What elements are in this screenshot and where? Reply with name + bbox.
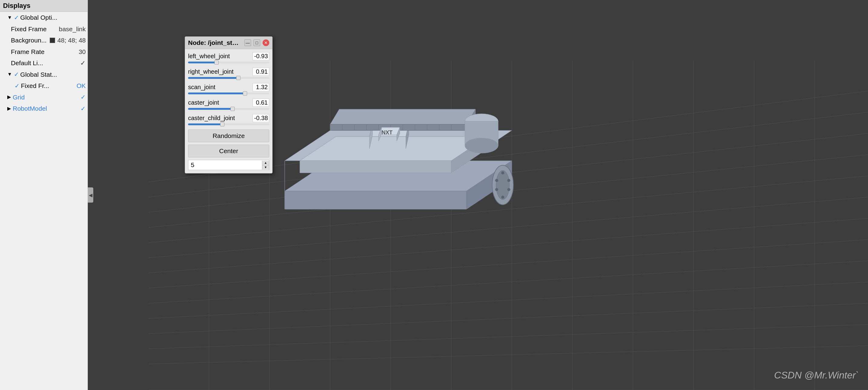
grid-item[interactable]: ▶ Grid ✓ <box>0 91 88 103</box>
spinner-down-button[interactable]: ▼ <box>262 165 269 169</box>
spinner-arrows: ▲ ▼ <box>262 161 269 169</box>
background-label: Backgroun... <box>11 35 49 45</box>
joint-slider-track-right-wheel <box>188 77 238 79</box>
svg-point-52 <box>465 138 498 153</box>
frame-rate-label: Frame Rate <box>11 47 78 57</box>
expand-arrow-robotmodel: ▶ <box>7 105 11 112</box>
spinner-up-button[interactable]: ▲ <box>262 161 269 165</box>
svg-line-12 <box>148 346 868 364</box>
joint-value-left-wheel[interactable] <box>253 52 269 60</box>
dialog-minimize-button[interactable]: — <box>244 39 251 46</box>
joint-slider-right-wheel[interactable] <box>188 77 269 79</box>
fixed-frame-value: base_link <box>59 24 86 34</box>
svg-point-59 <box>501 196 504 199</box>
joint-slider-handle-scan <box>243 91 247 95</box>
svg-line-11 <box>148 325 868 349</box>
joint-slider-track-caster-child <box>188 123 222 125</box>
joint-row-caster-child: caster_child_joint <box>188 114 269 125</box>
joint-row-scan: scan_joint <box>188 83 269 94</box>
joint-value-caster-child[interactable] <box>253 114 269 122</box>
check-global-status: ✓ <box>14 70 19 79</box>
robot-model-item[interactable]: ▶ RobotModel ✓ <box>0 103 88 114</box>
joint-slider-track-caster <box>188 108 232 110</box>
dialog-maximize-button[interactable]: □ <box>253 39 260 46</box>
joint-slider-handle-caster-child <box>220 122 224 127</box>
check-robotmodel: ✓ <box>81 104 86 113</box>
fixed-fr-value: OK <box>76 81 86 91</box>
joint-value-caster[interactable] <box>253 99 269 107</box>
fixed-fr-label: Fixed Fr... <box>21 81 75 91</box>
3d-viewport[interactable]: NXT Node: /joint_state_... — □ ✕ left_wh… <box>88 0 868 390</box>
joint-row-right-wheel: right_wheel_joint <box>188 67 269 79</box>
global-status-label: Global Stat... <box>20 70 86 80</box>
fixed-frame-item[interactable]: Fixed Frame base_link <box>0 23 88 35</box>
svg-marker-31 <box>300 161 451 173</box>
joint-state-dialog: Node: /joint_state_... — □ ✕ left_wheel_… <box>185 36 273 173</box>
joint-row-left-wheel: left_wheel_joint <box>188 52 269 63</box>
displays-panel: Displays ▼ ✓ Global Opti... Fixed Frame … <box>0 0 88 390</box>
joint-slider-caster[interactable] <box>188 108 269 110</box>
background-item[interactable]: Backgroun... 48; 48; 48 <box>0 34 88 46</box>
dialog-close-button[interactable]: ✕ <box>262 39 269 46</box>
global-options-label: Global Opti... <box>20 13 86 23</box>
joint-slider-handle-left-wheel <box>214 60 219 64</box>
svg-text:NXT: NXT <box>382 130 393 136</box>
displays-label: Displays <box>3 2 31 10</box>
frame-rate-item[interactable]: Frame Rate 30 <box>0 46 88 58</box>
randomize-button[interactable]: Randomize <box>188 130 269 142</box>
svg-point-58 <box>501 171 504 174</box>
svg-point-60 <box>495 179 498 182</box>
svg-point-63 <box>507 188 510 191</box>
joint-name-caster: caster_joint <box>188 99 253 106</box>
svg-point-61 <box>507 179 510 182</box>
default-light-label: Default Li... <box>11 58 79 68</box>
svg-marker-26 <box>285 191 466 209</box>
fixed-fr-status-item[interactable]: ✓ Fixed Fr... OK <box>0 80 88 91</box>
default-light-value: ✓ <box>80 58 86 68</box>
frame-rate-value: 30 <box>79 47 86 57</box>
dialog-titlebar: Node: /joint_state_... — □ ✕ <box>185 37 272 49</box>
joint-slider-handle-right-wheel <box>236 76 241 80</box>
spinner-row: 5 ▲ ▼ <box>188 160 269 170</box>
joint-slider-track-left-wheel <box>188 61 217 63</box>
collapse-arrow-icon: ◀ <box>89 192 92 198</box>
joint-name-caster-child: caster_child_joint <box>188 115 253 121</box>
dialog-body: left_wheel_joint right_wheel_joint <box>185 49 272 173</box>
background-value: 48; 48; 48 <box>58 35 86 45</box>
svg-point-57 <box>496 170 509 199</box>
joint-slider-handle-caster <box>230 107 235 111</box>
robot-model-label: RobotModel <box>13 104 47 113</box>
check-global-options: ✓ <box>14 13 19 22</box>
expand-arrow-global-options: ▼ <box>7 14 12 21</box>
displays-title: Displays <box>0 0 88 12</box>
svg-point-62 <box>495 188 498 191</box>
joint-name-scan: scan_joint <box>188 84 253 91</box>
background-color-swatch <box>50 37 55 43</box>
joint-value-scan[interactable] <box>253 83 269 91</box>
joint-value-right-wheel[interactable] <box>253 67 269 76</box>
watermark: CSDN @Mr.Winter` <box>774 370 859 381</box>
dialog-title: Node: /joint_state_... <box>188 39 242 47</box>
joint-slider-scan[interactable] <box>188 92 269 94</box>
joint-name-right-wheel: right_wheel_joint <box>188 68 253 75</box>
global-status-item[interactable]: ▼ ✓ Global Stat... <box>0 69 88 80</box>
global-options-item[interactable]: ▼ ✓ Global Opti... <box>0 12 88 23</box>
joint-row-caster: caster_joint <box>188 99 269 110</box>
expand-arrow-grid: ▶ <box>7 93 11 101</box>
svg-line-10 <box>148 303 868 334</box>
svg-marker-36 <box>330 109 475 124</box>
collapse-panel-button[interactable]: ◀ <box>88 188 93 202</box>
spinner-value: 5 <box>188 160 262 170</box>
expand-arrow-global-status: ▼ <box>7 71 12 78</box>
check-grid: ✓ <box>81 92 86 102</box>
center-button[interactable]: Center <box>188 145 269 158</box>
joint-name-left-wheel: left_wheel_joint <box>188 53 253 60</box>
joint-slider-caster-child[interactable] <box>188 123 269 125</box>
grid-label: Grid <box>13 92 25 102</box>
joint-slider-left-wheel[interactable] <box>188 61 269 63</box>
default-light-item[interactable]: Default Li... ✓ <box>0 57 88 69</box>
check-fixed-fr: ✓ <box>14 81 20 90</box>
robot-model-svg: NXT <box>239 15 572 288</box>
fixed-frame-label: Fixed Frame <box>11 24 58 34</box>
joint-slider-track-scan <box>188 92 245 94</box>
